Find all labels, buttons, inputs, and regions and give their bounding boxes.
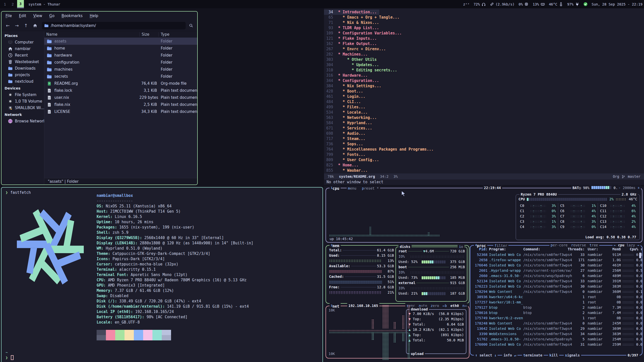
home-button[interactable] bbox=[31, 22, 39, 29]
column-user[interactable]: User: bbox=[587, 247, 606, 252]
org-heading[interactable]: * User Config... bbox=[337, 157, 379, 163]
interval-plus-button[interactable]: + bbox=[638, 186, 640, 190]
process-row[interactable]: 13642Isolated Web Co/nix/store/sm8fmrf3w… bbox=[473, 326, 638, 331]
org-heading[interactable]: * Machines... bbox=[337, 52, 368, 57]
process-row[interactable]: 176223Isolated Web Co/nix/store/sm8fmrf3… bbox=[473, 284, 638, 289]
process-row[interactable]: 51762.emacs-31.0.50-/nix/store/wnqz5pa8r… bbox=[473, 337, 638, 342]
proc-footer-item[interactable]: signals bbox=[564, 353, 581, 358]
org-heading[interactable]: * Envrc + Direnv... bbox=[337, 47, 386, 52]
cpu-indicator[interactable]: 0% bbox=[519, 2, 529, 6]
table-row[interactable]: configurationFolder bbox=[44, 59, 197, 66]
sidebar-item-browse-network[interactable]: Browse Network bbox=[2, 118, 44, 124]
table-row[interactable]: machinesFolder bbox=[44, 66, 197, 73]
forward-button[interactable]: → bbox=[13, 22, 21, 29]
org-heading[interactable]: * Nix Settings... bbox=[337, 83, 381, 89]
table-row[interactable]: flake.nix2,5 KiBPlain text document bbox=[44, 101, 197, 108]
org-heading[interactable]: * Login... bbox=[337, 94, 365, 99]
sidebar-item-nextcloud[interactable]: nextcloud bbox=[2, 78, 44, 85]
process-row[interactable]: 178616btopbtop2nambiar7.4M0.0 bbox=[473, 310, 638, 315]
org-heading[interactable]: * Other Utils bbox=[337, 57, 377, 62]
proc-footer-item[interactable]: ↑ select ↓ bbox=[474, 353, 498, 358]
process-row[interactable]: 3390WebExtensions/nix/store/sm8fmrf3wps4… bbox=[473, 331, 638, 337]
process-row[interactable]: 2660.emacs-31.0.50-/nix/store/wnqz5pa8ra… bbox=[473, 273, 638, 279]
idle-inhibitor[interactable]: zᶻᶻ bbox=[463, 2, 469, 6]
column-memb[interactable]: MemB bbox=[606, 247, 621, 252]
org-heading[interactable]: * Updates... bbox=[337, 62, 379, 68]
org-heading[interactable]: * Editing secrets... bbox=[337, 68, 397, 73]
menu-go[interactable]: Go bbox=[49, 14, 55, 18]
org-heading[interactable]: * TLDR App List... bbox=[337, 25, 379, 31]
org-heading[interactable]: * Nix & Nixos... bbox=[337, 20, 379, 25]
clock-date[interactable]: Sun, 28 Sep 2025 - 22:19 bbox=[592, 2, 642, 6]
sidebar-item-smallbox-wi[interactable]: SMALLBOX Wi... bbox=[2, 105, 44, 111]
menu-bookmarks[interactable]: Bookmarks bbox=[62, 14, 83, 18]
org-heading[interactable]: * Sops... bbox=[337, 142, 363, 147]
sidebar-item-nambiar[interactable]: nambiar bbox=[2, 46, 44, 52]
process-row[interactable]: 178248Web Content/nix/store/sm8fmrf3wps4… bbox=[473, 321, 638, 326]
process-row[interactable]: 179127btopbtop2nambiar7.3M0.0 bbox=[473, 305, 638, 310]
column-program[interactable]: Program: bbox=[489, 247, 523, 252]
column-name[interactable]: Name bbox=[44, 32, 139, 37]
org-heading[interactable]: * Flake Output... bbox=[337, 41, 377, 47]
menu-help[interactable]: Help bbox=[90, 14, 98, 18]
sidebar-item-computer[interactable]: Computer bbox=[2, 39, 44, 46]
org-heading[interactable]: * Files... bbox=[337, 105, 365, 110]
button-menu[interactable]: menu bbox=[348, 186, 356, 191]
proc-footer-item[interactable]: info ↵ bbox=[502, 353, 517, 358]
network-indicator[interactable]: (2.9kb/s) bbox=[490, 2, 515, 6]
sidebar-item-downloads[interactable]: Downloads bbox=[2, 65, 44, 72]
org-heading[interactable]: * Audio... bbox=[337, 131, 365, 136]
table-row[interactable]: homeFolder bbox=[44, 45, 197, 52]
process-row[interactable]: 2658.firefox-wrappe/nix/store/sm8fmrf3wp… bbox=[473, 257, 638, 263]
column-cpu[interactable]: Cpu% ↑ bbox=[621, 247, 642, 252]
org-heading[interactable]: * Emacs + Org + Tangle... bbox=[337, 15, 399, 20]
table-row[interactable]: user.nix229 bytesPlain text document bbox=[44, 94, 197, 101]
workspace-3[interactable]: 3 bbox=[17, 0, 24, 8]
org-heading[interactable]: * Locale... bbox=[337, 110, 368, 115]
process-row[interactable]: 177257kworker/10:1-mm_1root0B0.0 bbox=[473, 300, 638, 305]
column-threads[interactable]: Threads: bbox=[568, 247, 587, 252]
battery-indicator[interactable]: 97% bbox=[567, 2, 579, 6]
table-row[interactable]: flake.lock3,1 KiBPlain text document bbox=[44, 87, 197, 94]
process-row[interactable]: 176000Isolated Web Co/nix/store/sm8fmrf3… bbox=[473, 342, 638, 347]
shell-prompt[interactable]: ~ ❯ bbox=[6, 350, 14, 360]
org-heading[interactable]: * Waubar... bbox=[337, 168, 368, 173]
back-button[interactable]: ← bbox=[4, 22, 12, 29]
org-heading[interactable]: * Introduction... bbox=[337, 10, 379, 15]
button-zero[interactable]: zero bbox=[431, 303, 439, 308]
proc-footer-item[interactable]: terminate bbox=[522, 353, 544, 358]
table-row[interactable]: LICENSE34,3 KiBPlain text document bbox=[44, 108, 197, 115]
workspace-2[interactable]: 2 bbox=[9, 0, 16, 8]
org-buffer[interactable]: 34* Introduction...65* Emacs + Org + Tan… bbox=[324, 8, 644, 173]
path-bar[interactable]: /home/nambiar/system/ bbox=[42, 22, 186, 29]
proc-footer-item[interactable]: kill bbox=[548, 353, 559, 358]
org-heading[interactable]: * Flake Inputs... bbox=[337, 36, 377, 41]
process-row[interactable]: 52368Isolated Web Co/nix/store/sm8fmrf3w… bbox=[473, 252, 638, 257]
org-heading[interactable]: * Fonts... bbox=[337, 152, 365, 157]
table-row[interactable]: secretsFolder bbox=[44, 73, 197, 80]
proc-scrollbar[interactable] bbox=[639, 253, 641, 258]
org-heading[interactable]: * CLI... bbox=[337, 99, 361, 105]
sidebar-item-recent[interactable]: Recent bbox=[2, 52, 44, 59]
table-row[interactable]: hardwareFolder bbox=[44, 52, 197, 59]
button-preset[interactable]: preset * bbox=[362, 186, 379, 191]
sidebar-item-1-0-tb-volume[interactable]: 1,0 TB Volume bbox=[2, 98, 44, 105]
memory-indicator[interactable]: 13% bbox=[533, 2, 545, 6]
button-next-iface[interactable]: n→ bbox=[462, 303, 467, 308]
process-row[interactable]: 38936kworker/u64:6-kc1root0B0.0 bbox=[473, 294, 638, 300]
menu-view[interactable]: View bbox=[33, 14, 42, 18]
org-heading[interactable]: * Configuration... bbox=[337, 78, 379, 83]
menu-file[interactable]: File bbox=[6, 14, 12, 18]
sidebar-item-wastebasket[interactable]: Wastebasket bbox=[2, 59, 44, 65]
process-row[interactable]: 52134Isolated Web Co/nix/store/sm8fmrf3w… bbox=[473, 279, 638, 284]
search-button[interactable] bbox=[187, 22, 195, 29]
up-button[interactable]: ↑ bbox=[22, 22, 30, 29]
column-command[interactable]: Command: bbox=[523, 247, 573, 252]
button-prev-iface[interactable]: ←b bbox=[443, 303, 447, 308]
process-row[interactable]: 178294Web Content/nix/store/sm8fmrf3wps4… bbox=[473, 289, 638, 294]
org-heading[interactable]: * Services... bbox=[337, 126, 372, 131]
process-row[interactable]: 175749kworker/6:2-even1root0B0.0 bbox=[473, 315, 638, 321]
sidebar-item-projects[interactable]: projects bbox=[2, 72, 44, 78]
temperature-indicator[interactable]: 46°C bbox=[549, 2, 563, 6]
process-row[interactable]: 176646Isolated Web Co/nix/store/sm8fmrf3… bbox=[473, 263, 638, 268]
